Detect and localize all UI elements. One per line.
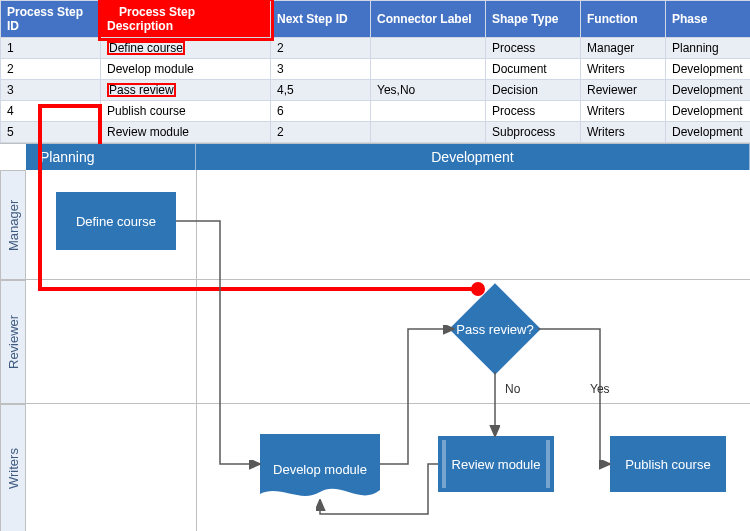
hdr-process-step-desc: Process Step Description [101, 1, 271, 38]
hdr-process-step-id: Process Step ID [1, 1, 101, 38]
label-yes: Yes [590, 382, 610, 396]
hdr-shape-type: Shape Type [486, 1, 581, 38]
swimlane-pool: Planning Development Manager Reviewer Wr… [0, 143, 750, 531]
hdr-connector-label: Connector Label [371, 1, 486, 38]
connectors [0, 144, 750, 531]
hdr-function: Function [581, 1, 666, 38]
table-row: 1 Define course 2 ProcessManagerPlanning [1, 38, 751, 59]
label-no: No [505, 382, 520, 396]
hdr-next-step-id: Next Step ID [271, 1, 371, 38]
table-row: 2Develop module 3 DocumentWritersDevelop… [1, 59, 751, 80]
hdr-phase: Phase [666, 1, 751, 38]
table-header-row: Process Step ID Process Step Description… [1, 1, 751, 38]
